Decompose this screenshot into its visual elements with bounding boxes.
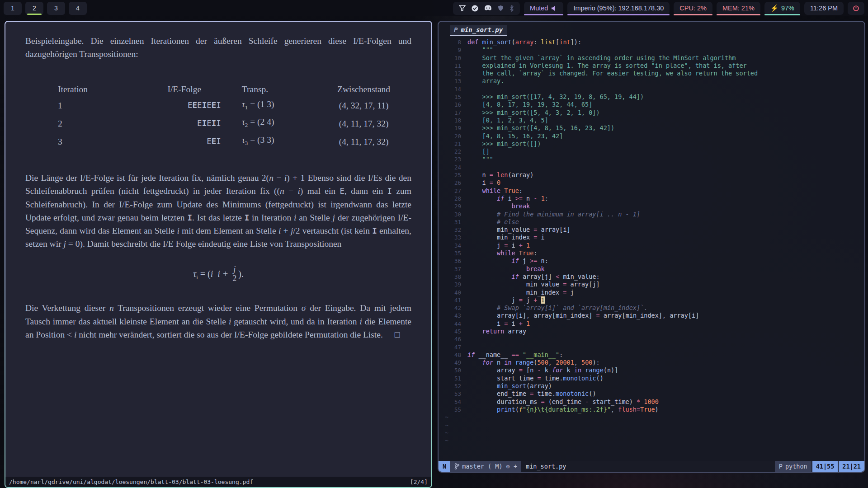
volume-module[interactable]: Muted	[524, 2, 563, 15]
code-line-53: 53 end_time = time.monotonic()	[445, 390, 864, 398]
pdf-paragraph-intro: Beispieleingabe. Die einzelnen Iteration…	[25, 34, 411, 61]
power-icon	[853, 5, 859, 12]
code-line-29: 29 break	[445, 202, 864, 210]
code-line-28: 28 if i >= n - 1:	[445, 195, 864, 202]
code-line-38: 38 if array[j] < min_value:	[445, 273, 864, 281]
code-line-44: 44 i = i + 1	[445, 320, 864, 328]
table-row: 3EEIτ3 = (3 3)(4, 11, 17, 32)	[58, 132, 411, 150]
code-line-22: 22 []	[445, 148, 864, 155]
language-segment: P python	[775, 461, 811, 472]
table-row: 1EEEIEEIτ1 = (1 3)(4, 32, 17, 11)	[58, 97, 411, 115]
code-line-46: 46	[445, 335, 864, 343]
volume-label: Muted	[530, 5, 548, 12]
memory-label: MEM: 21%	[722, 5, 755, 12]
vim-mode-indicator: N	[439, 461, 450, 472]
empty-line-tilde: ~	[445, 413, 864, 421]
code-line-21: 21 >>> min_sort([])	[445, 140, 864, 148]
git-branch-label: master ( M) ⊙ +	[462, 463, 517, 470]
editor-tab[interactable]: Pmin_sort.py	[450, 25, 507, 36]
col-header-zwischenstand: Zwischenstand	[316, 82, 411, 97]
workspaces: 1234	[4, 2, 87, 15]
code-line-55: 55 print(f"{n}\t{duration_ms:.2f}", flus…	[445, 406, 864, 413]
table-row: 2EIEIIτ2 = (2 4)(4, 11, 17, 32)	[58, 114, 411, 132]
clock-label: 11:26 PM	[810, 5, 838, 12]
code-line-20: 20 [4, 8, 15, 16, 23, 42]	[445, 132, 864, 140]
discord-icon[interactable]	[484, 5, 492, 11]
battery-label: 97%	[781, 5, 794, 12]
network-label: Imperio (95%): 192.168.178.30	[573, 5, 664, 12]
python-lang-icon: P	[779, 463, 783, 470]
workspace-button-2[interactable]: 2	[25, 2, 43, 15]
code-line-31: 31 # else	[445, 218, 864, 226]
cpu-label: CPU: 2%	[679, 5, 707, 12]
code-line-12: 12 the call, `array` is changed. For eas…	[445, 70, 864, 77]
code-line-15: 15 >>> min_sort([17, 4, 32, 19, 8, 65, 1…	[445, 93, 864, 101]
code-line-34: 34 j = i + 1	[445, 242, 864, 249]
verified-check-icon[interactable]	[472, 5, 478, 12]
code-line-47: 47	[445, 343, 864, 351]
editor-buffer[interactable]: Pmin_sort.py 8def min_sort(array: list[i…	[439, 22, 864, 461]
code-line-17: 17 >>> min_sort([5, 4, 3, 2, 1, 0])	[445, 109, 864, 117]
cursor-col-indicator: 21|21	[839, 461, 864, 472]
editor-tab-filename: min_sort.py	[461, 26, 503, 33]
code-line-36: 36 if j >= n:	[445, 257, 864, 265]
bar-right-modules: Muted Imperio (95%): 192.168.178.30 CPU:…	[453, 2, 864, 15]
pdf-file-path: /home/narl/gdrive/uni/algodat/loesungen/…	[9, 479, 253, 485]
workspace-button-4[interactable]: 4	[69, 2, 87, 15]
code-area[interactable]: 8def min_sort(array: list[int]):9 """10 …	[445, 38, 864, 445]
shield-icon[interactable]	[498, 5, 504, 11]
battery-bolt-icon: ⚡	[770, 5, 778, 12]
code-line-16: 16 [4, 8, 17, 19, 19, 32, 44, 65]	[445, 101, 864, 108]
table-header-row: Iteration I/E-Folge Transp. Zwischenstan…	[58, 82, 411, 97]
speaker-muted-icon	[551, 5, 557, 11]
col-header-folge: I/E-Folge	[148, 82, 221, 97]
filter-icon[interactable]	[459, 5, 466, 11]
pdf-statusbar: /home/narl/gdrive/uni/algodat/loesungen/…	[5, 477, 431, 487]
code-line-11: 11 explained in Vorlesung 1. The array i…	[445, 62, 864, 70]
pdf-paragraph-conclusion: Die Verkettung dieser n Transpositionen …	[25, 301, 411, 341]
pdf-page-indicator: [2/4]	[410, 479, 428, 485]
pdf-viewer-window: Beispieleingabe. Die einzelnen Iteration…	[5, 21, 432, 488]
code-line-37: 37 break	[445, 265, 864, 273]
code-line-45: 45 return array	[445, 328, 864, 335]
language-label: python	[785, 463, 807, 470]
code-line-51: 51 start_time = time.monotonic()	[445, 375, 864, 382]
editor-window: Pmin_sort.py 8def min_sort(array: list[i…	[438, 21, 865, 473]
git-segment: master ( M) ⊙ +	[450, 461, 521, 472]
transposition-formula: τi = (i i + j2).	[25, 266, 411, 284]
code-line-27: 27 while True:	[445, 187, 864, 195]
pdf-paragraph-explanation: Die Länge der I/E-Folge ist für jede Ite…	[25, 171, 411, 251]
network-module[interactable]: Imperio (95%): 192.168.178.30	[567, 2, 670, 15]
empty-line-tilde: ~	[445, 429, 864, 437]
pdf-page: Beispieleingabe. Die einzelnen Iteration…	[5, 22, 431, 477]
code-line-8: 8def min_sort(array: list[int]):	[445, 38, 864, 46]
top-bar: 1234 Muted	[0, 0, 868, 16]
workspace-button-3[interactable]: 3	[47, 2, 65, 15]
empty-line-tilde: ~	[445, 422, 864, 429]
col-header-transp: Transp.	[221, 82, 316, 97]
code-line-9: 9 """	[445, 46, 864, 54]
code-line-41: 41 j = j + 1	[445, 296, 864, 304]
battery-module[interactable]: ⚡ 97%	[764, 2, 800, 15]
editor-statusline: N master ( M) ⊙ + min_sort.py P python 4…	[439, 461, 864, 472]
code-line-14: 14	[445, 85, 864, 93]
code-line-30: 30 # Find the minimum in array[i .. n - …	[445, 211, 864, 218]
desktop: 1234 Muted	[0, 0, 868, 488]
code-line-25: 25 n = len(array)	[445, 171, 864, 179]
code-line-48: 48if __name__ == "__main__":	[445, 351, 864, 359]
code-line-13: 13 array.	[445, 77, 864, 85]
memory-module[interactable]: MEM: 21%	[717, 2, 760, 15]
cursor-line-indicator: 41|55	[812, 461, 838, 472]
code-line-52: 52 min_sort(array)	[445, 382, 864, 390]
cpu-module[interactable]: CPU: 2%	[674, 2, 712, 15]
git-branch-icon	[454, 463, 459, 469]
workspace-button-1[interactable]: 1	[4, 2, 22, 15]
empty-line-tilde: ~	[445, 437, 864, 445]
code-line-40: 40 min_index = j	[445, 289, 864, 296]
col-header-iteration: Iteration	[58, 82, 148, 97]
code-line-42: 42 # Swap `array[i]` and `array[min_inde…	[445, 304, 864, 312]
iteration-table: Iteration I/E-Folge Transp. Zwischenstan…	[58, 82, 411, 151]
code-line-10: 10 Sort the given `array` in ascending o…	[445, 54, 864, 62]
bluetooth-icon[interactable]	[509, 5, 514, 12]
power-button[interactable]	[848, 2, 864, 15]
